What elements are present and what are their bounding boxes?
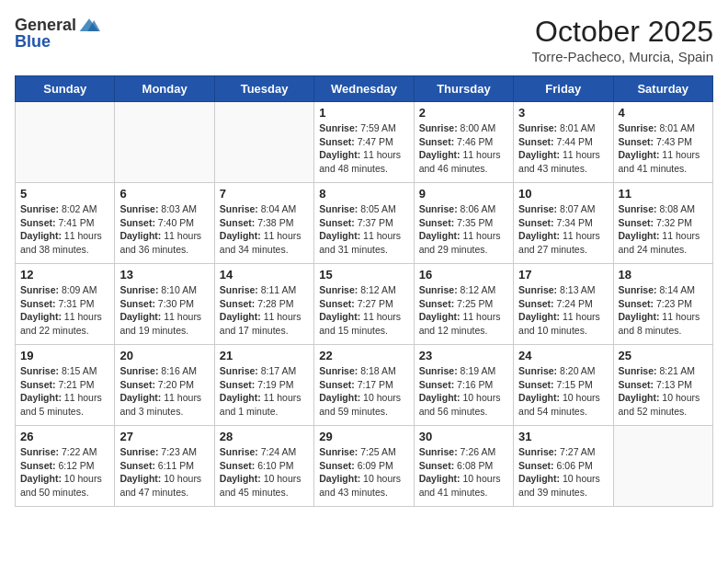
week-row-2: 5Sunrise: 8:02 AMSunset: 7:41 PMDaylight…: [16, 183, 713, 264]
day-number: 15: [319, 268, 408, 282]
calendar-cell: 7Sunrise: 8:04 AMSunset: 7:38 PMDaylight…: [214, 183, 313, 264]
day-of-week-sunday: Sunday: [16, 76, 115, 102]
calendar-cell: 3Sunrise: 8:01 AMSunset: 7:44 PMDaylight…: [514, 102, 613, 183]
calendar-cell: 31Sunrise: 7:27 AMSunset: 6:06 PMDayligh…: [514, 426, 613, 507]
calendar-cell: 14Sunrise: 8:11 AMSunset: 7:28 PMDayligh…: [214, 264, 313, 345]
day-number: 17: [518, 268, 608, 282]
day-number: 27: [119, 430, 209, 443]
day-info: Sunrise: 8:16 AMSunset: 7:20 PMDaylight:…: [119, 364, 209, 419]
calendar-cell: [613, 426, 712, 507]
day-info: Sunrise: 8:18 AMSunset: 7:17 PMDaylight:…: [319, 364, 408, 419]
calendar-cell: 2Sunrise: 8:00 AMSunset: 7:46 PMDaylight…: [414, 102, 513, 183]
day-info: Sunrise: 8:06 AMSunset: 7:35 PMDaylight:…: [419, 202, 508, 257]
day-number: 19: [20, 349, 109, 362]
day-number: 6: [119, 187, 209, 201]
day-number: 13: [119, 268, 209, 282]
day-info: Sunrise: 8:03 AMSunset: 7:40 PMDaylight:…: [119, 202, 209, 257]
day-number: 8: [319, 187, 408, 201]
month-title: October 2025: [531, 15, 713, 49]
day-of-week-saturday: Saturday: [613, 76, 712, 102]
day-info: Sunrise: 7:24 AMSunset: 6:10 PMDaylight:…: [220, 445, 309, 500]
day-of-week-thursday: Thursday: [414, 76, 513, 102]
day-info: Sunrise: 8:15 AMSunset: 7:21 PMDaylight:…: [20, 364, 109, 419]
calendar-cell: 22Sunrise: 8:18 AMSunset: 7:17 PMDayligh…: [314, 345, 414, 426]
calendar-cell: 26Sunrise: 7:22 AMSunset: 6:12 PMDayligh…: [16, 426, 115, 507]
calendar-cell: 18Sunrise: 8:14 AMSunset: 7:23 PMDayligh…: [613, 264, 712, 345]
calendar-cell: 20Sunrise: 8:16 AMSunset: 7:20 PMDayligh…: [115, 345, 214, 426]
week-row-3: 12Sunrise: 8:09 AMSunset: 7:31 PMDayligh…: [16, 264, 713, 345]
day-number: 4: [619, 106, 708, 120]
day-number: 16: [419, 268, 508, 282]
day-info: Sunrise: 8:02 AMSunset: 7:41 PMDaylight:…: [20, 202, 109, 257]
day-info: Sunrise: 8:13 AMSunset: 7:24 PMDaylight:…: [518, 283, 608, 338]
day-info: Sunrise: 7:23 AMSunset: 6:11 PMDaylight:…: [119, 445, 209, 500]
logo-blue: Blue: [15, 33, 51, 52]
day-info: Sunrise: 8:20 AMSunset: 7:15 PMDaylight:…: [518, 364, 608, 419]
day-info: Sunrise: 8:21 AMSunset: 7:13 PMDaylight:…: [619, 364, 708, 419]
day-info: Sunrise: 7:59 AMSunset: 7:47 PMDaylight:…: [319, 121, 408, 176]
week-row-5: 26Sunrise: 7:22 AMSunset: 6:12 PMDayligh…: [16, 426, 713, 507]
calendar-cell: 8Sunrise: 8:05 AMSunset: 7:37 PMDaylight…: [314, 183, 414, 264]
calendar-cell: 4Sunrise: 8:01 AMSunset: 7:43 PMDaylight…: [613, 102, 712, 183]
day-number: 29: [319, 430, 408, 443]
calendar-cell: [214, 102, 313, 183]
day-info: Sunrise: 8:01 AMSunset: 7:44 PMDaylight:…: [518, 121, 608, 176]
day-number: 25: [619, 349, 708, 362]
day-number: 30: [419, 430, 508, 443]
calendar-cell: 5Sunrise: 8:02 AMSunset: 7:41 PMDaylight…: [16, 183, 115, 264]
header: General Blue October 2025 Torre-Pacheco,…: [15, 15, 713, 64]
calendar-cell: 29Sunrise: 7:25 AMSunset: 6:09 PMDayligh…: [314, 426, 414, 507]
day-info: Sunrise: 8:00 AMSunset: 7:46 PMDaylight:…: [419, 121, 508, 176]
day-number: 12: [20, 268, 109, 282]
day-info: Sunrise: 8:07 AMSunset: 7:34 PMDaylight:…: [518, 202, 608, 257]
day-number: 10: [518, 187, 608, 201]
day-number: 2: [419, 106, 508, 120]
day-number: 7: [220, 187, 309, 201]
day-info: Sunrise: 8:05 AMSunset: 7:37 PMDaylight:…: [319, 202, 408, 257]
day-info: Sunrise: 7:27 AMSunset: 6:06 PMDaylight:…: [518, 445, 608, 500]
calendar-cell: 21Sunrise: 8:17 AMSunset: 7:19 PMDayligh…: [214, 345, 313, 426]
calendar-cell: 11Sunrise: 8:08 AMSunset: 7:32 PMDayligh…: [613, 183, 712, 264]
calendar-cell: 10Sunrise: 8:07 AMSunset: 7:34 PMDayligh…: [514, 183, 613, 264]
day-number: 1: [319, 106, 408, 120]
day-info: Sunrise: 8:09 AMSunset: 7:31 PMDaylight:…: [20, 283, 109, 338]
day-info: Sunrise: 8:12 AMSunset: 7:27 PMDaylight:…: [319, 283, 408, 338]
day-of-week-wednesday: Wednesday: [314, 76, 414, 102]
day-number: 14: [220, 268, 309, 282]
calendar-cell: 23Sunrise: 8:19 AMSunset: 7:16 PMDayligh…: [414, 345, 513, 426]
calendar-cell: 19Sunrise: 8:15 AMSunset: 7:21 PMDayligh…: [16, 345, 115, 426]
day-of-week-monday: Monday: [115, 76, 214, 102]
day-info: Sunrise: 8:19 AMSunset: 7:16 PMDaylight:…: [419, 364, 508, 419]
day-info: Sunrise: 8:01 AMSunset: 7:43 PMDaylight:…: [619, 121, 708, 176]
calendar-cell: [115, 102, 214, 183]
logo: General Blue: [15, 15, 100, 52]
calendar-cell: 27Sunrise: 7:23 AMSunset: 6:11 PMDayligh…: [115, 426, 214, 507]
day-info: Sunrise: 8:17 AMSunset: 7:19 PMDaylight:…: [220, 364, 309, 419]
day-info: Sunrise: 8:11 AMSunset: 7:28 PMDaylight:…: [220, 283, 309, 338]
calendar-cell: [16, 102, 115, 183]
day-number: 22: [319, 349, 408, 362]
day-number: 31: [518, 430, 608, 443]
calendar-cell: 9Sunrise: 8:06 AMSunset: 7:35 PMDaylight…: [414, 183, 513, 264]
calendar-cell: 16Sunrise: 8:12 AMSunset: 7:25 PMDayligh…: [414, 264, 513, 345]
day-info: Sunrise: 8:10 AMSunset: 7:30 PMDaylight:…: [119, 283, 209, 338]
calendar-cell: 17Sunrise: 8:13 AMSunset: 7:24 PMDayligh…: [514, 264, 613, 345]
logo-icon: [78, 15, 100, 37]
day-number: 28: [220, 430, 309, 443]
day-number: 18: [619, 268, 708, 282]
calendar-header-row: SundayMondayTuesdayWednesdayThursdayFrid…: [16, 76, 713, 102]
location-title: Torre-Pacheco, Murcia, Spain: [531, 49, 713, 64]
day-info: Sunrise: 7:26 AMSunset: 6:08 PMDaylight:…: [419, 445, 508, 500]
calendar-cell: 28Sunrise: 7:24 AMSunset: 6:10 PMDayligh…: [214, 426, 313, 507]
title-area: October 2025 Torre-Pacheco, Murcia, Spai…: [531, 15, 713, 64]
calendar-cell: 25Sunrise: 8:21 AMSunset: 7:13 PMDayligh…: [613, 345, 712, 426]
day-number: 23: [419, 349, 508, 362]
day-info: Sunrise: 7:25 AMSunset: 6:09 PMDaylight:…: [319, 445, 408, 500]
day-number: 21: [220, 349, 309, 362]
calendar-cell: 30Sunrise: 7:26 AMSunset: 6:08 PMDayligh…: [414, 426, 513, 507]
day-number: 5: [20, 187, 109, 201]
calendar-cell: 13Sunrise: 8:10 AMSunset: 7:30 PMDayligh…: [115, 264, 214, 345]
day-number: 20: [119, 349, 209, 362]
day-info: Sunrise: 8:08 AMSunset: 7:32 PMDaylight:…: [619, 202, 708, 257]
calendar-cell: 6Sunrise: 8:03 AMSunset: 7:40 PMDaylight…: [115, 183, 214, 264]
